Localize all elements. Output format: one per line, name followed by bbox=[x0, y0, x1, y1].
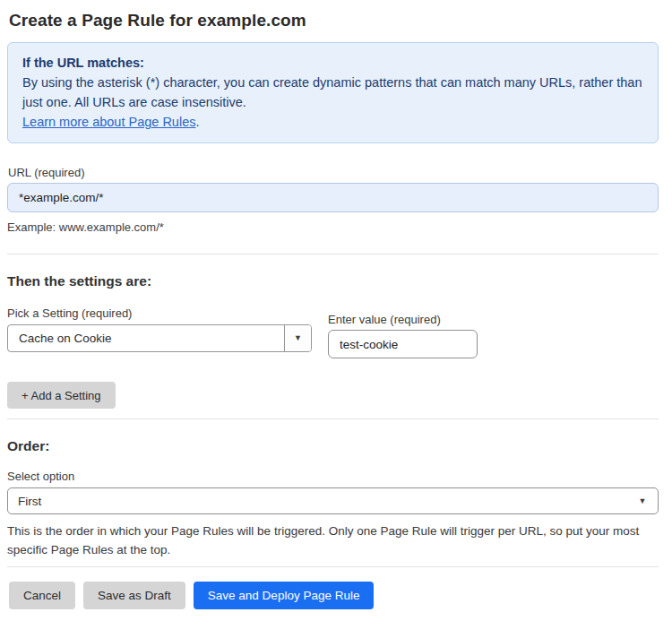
save-and-deploy-button[interactable]: Save and Deploy Page Rule bbox=[194, 582, 375, 609]
info-box-heading: If the URL matches: bbox=[22, 53, 643, 73]
order-select-arrow: ▼ bbox=[627, 488, 658, 513]
settings-section-heading: Then the settings are: bbox=[7, 273, 659, 289]
page-rule-form: Create a Page Rule for example.com If th… bbox=[0, 0, 672, 609]
divider bbox=[7, 566, 659, 567]
chevron-down-icon: ▼ bbox=[639, 497, 647, 505]
enter-value-label: Enter value (required) bbox=[328, 313, 478, 326]
order-helper-text: This is the order in which your Page Rul… bbox=[7, 522, 652, 559]
setting-select[interactable]: Cache on Cookie ▼ bbox=[7, 324, 312, 352]
url-input[interactable] bbox=[7, 183, 659, 212]
enter-value-column: Enter value (required) bbox=[328, 313, 478, 358]
url-matches-info-box: If the URL matches: By using the asteris… bbox=[7, 42, 659, 143]
pick-setting-label: Pick a Setting (required) bbox=[7, 306, 312, 320]
save-as-draft-button[interactable]: Save as Draft bbox=[83, 582, 185, 609]
setting-select-value: Cache on Cookie bbox=[8, 325, 284, 351]
pick-setting-column: Pick a Setting (required) Cache on Cooki… bbox=[7, 306, 312, 352]
divider bbox=[7, 418, 659, 419]
footer-button-row: Cancel Save as Draft Save and Deploy Pag… bbox=[7, 582, 659, 609]
link-period: . bbox=[195, 115, 199, 129]
url-field-label: URL (required) bbox=[8, 166, 659, 179]
url-example-helper: Example: www.example.com/* bbox=[7, 220, 659, 234]
divider bbox=[7, 254, 659, 254]
settings-row: Pick a Setting (required) Cache on Cooki… bbox=[7, 306, 659, 358]
info-box-link-line: Learn more about Page Rules. bbox=[22, 112, 643, 132]
learn-more-link[interactable]: Learn more about Page Rules bbox=[22, 115, 195, 129]
info-box-body: By using the asterisk (*) character, you… bbox=[22, 73, 643, 112]
chevron-down-icon: ▼ bbox=[294, 334, 302, 342]
order-select-label: Select option bbox=[7, 470, 659, 483]
setting-value-input[interactable] bbox=[328, 330, 478, 358]
setting-select-arrow-button[interactable]: ▼ bbox=[284, 325, 311, 351]
order-select[interactable]: First ▼ bbox=[7, 487, 659, 514]
order-section-heading: Order: bbox=[7, 438, 659, 454]
page-title: Create a Page Rule for example.com bbox=[9, 11, 659, 30]
cancel-button[interactable]: Cancel bbox=[9, 582, 75, 609]
add-setting-button[interactable]: + Add a Setting bbox=[7, 382, 116, 409]
order-select-value: First bbox=[8, 488, 627, 513]
